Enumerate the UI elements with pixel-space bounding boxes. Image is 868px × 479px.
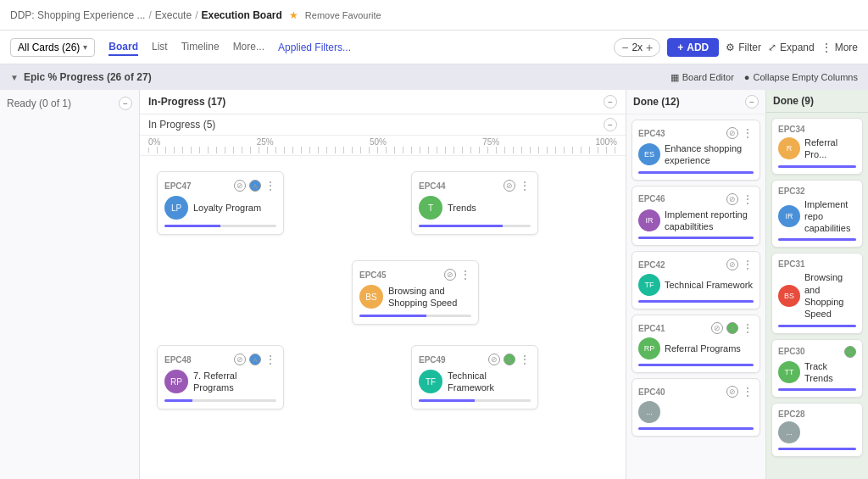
card-name: Referral Pro... bbox=[804, 136, 856, 161]
more-dots-icon[interactable]: ⋮ bbox=[742, 385, 754, 398]
card-actions: ⊘ ⋮ bbox=[726, 192, 754, 206]
more-dots-icon[interactable]: ⋮ bbox=[742, 258, 754, 271]
card-epc48[interactable]: EPC48 ⊘ A ⋮ RP 7. Referral Programs bbox=[157, 345, 284, 409]
breadcrumb-sep1: / bbox=[148, 9, 151, 21]
done-right-cards: EPC34 R Referral Pro... EPC32 IR Impleme… bbox=[766, 113, 868, 479]
more-dots-icon[interactable]: ⋮ bbox=[519, 353, 531, 366]
card-progress-bar bbox=[778, 238, 856, 241]
card-progress-bar bbox=[638, 300, 754, 303]
block-icon[interactable]: ⊘ bbox=[234, 354, 246, 365]
done-card-body: IR Implement repo capabilities bbox=[778, 198, 856, 235]
more-dots-icon[interactable]: ⋮ bbox=[519, 179, 531, 192]
card-id: EPC28 bbox=[778, 409, 805, 419]
done-right-card-epc32[interactable]: EPC32 IR Implement repo capabilities bbox=[771, 180, 863, 248]
done-right-card-epc30[interactable]: EPC30 A TT Track Trends bbox=[771, 339, 863, 398]
done-right-card-epc31[interactable]: EPC31 BS Browsing and Shopping Speed bbox=[771, 253, 863, 333]
board-editor-icon: ▦ bbox=[670, 72, 679, 83]
card-header: EPC49 ⊘ A ⋮ bbox=[419, 353, 531, 366]
card-avatar: ... bbox=[638, 401, 660, 423]
ready-collapse-btn[interactable]: − bbox=[119, 97, 132, 110]
zoom-in-btn[interactable]: + bbox=[646, 41, 653, 54]
breadcrumb-execute[interactable]: Execute bbox=[155, 9, 192, 21]
collapse-empty-btn[interactable]: ● Collapse Empty Columns bbox=[744, 72, 858, 82]
breadcrumb-current: Execution Board bbox=[201, 9, 281, 21]
card-name: Browsing and Shopping Speed bbox=[804, 271, 856, 320]
card-id: EPC46 bbox=[638, 194, 665, 203]
done-card-header: EPC34 bbox=[778, 125, 856, 134]
breadcrumb-path[interactable]: DDP: Shopping Experience ... bbox=[10, 9, 145, 21]
card-header: EPC48 ⊘ A ⋮ bbox=[164, 353, 276, 366]
ruler-0: 0% bbox=[148, 137, 160, 147]
more-btn[interactable]: ⋮ More bbox=[821, 42, 858, 53]
assign-icon: A bbox=[844, 346, 856, 358]
all-cards-label: All Cards (26) bbox=[18, 42, 80, 53]
done-card-epc43[interactable]: EPC43 ⊘ ⋮ ES Enhance shopping experience bbox=[632, 120, 760, 181]
card-avatar: ... bbox=[778, 421, 800, 443]
card-name: Enhance shopping experience bbox=[665, 142, 754, 167]
more-dots-icon[interactable]: ⋮ bbox=[742, 321, 754, 335]
more-dots-icon[interactable]: ⋮ bbox=[459, 268, 471, 281]
done-middle-collapse-btn[interactable]: − bbox=[745, 95, 759, 109]
add-btn[interactable]: + ADD bbox=[667, 38, 719, 57]
done-right-card-epc28[interactable]: EPC28 ... bbox=[771, 403, 863, 457]
block-icon[interactable]: ⊘ bbox=[504, 180, 515, 192]
card-epc47[interactable]: EPC47 ⊘ A ⋮ LP Loyalty Program bbox=[157, 171, 284, 235]
inprogress-collapse-btn[interactable]: − bbox=[604, 95, 617, 109]
assign-icon[interactable]: A bbox=[249, 354, 261, 365]
card-avatar: R bbox=[778, 137, 800, 159]
tab-timeline[interactable]: Timeline bbox=[181, 39, 220, 56]
more-dots-icon[interactable]: ⋮ bbox=[742, 192, 754, 206]
card-actions: ⊘ A ⋮ bbox=[234, 179, 276, 192]
done-right-card-epc34[interactable]: EPC34 R Referral Pro... bbox=[771, 118, 863, 175]
tab-list[interactable]: List bbox=[152, 39, 168, 56]
assign-icon: A bbox=[726, 322, 738, 334]
block-icon[interactable]: ⊘ bbox=[444, 269, 456, 281]
card-id: EPC30 bbox=[778, 347, 805, 356]
board-editor-btn[interactable]: ▦ Board Editor bbox=[670, 72, 734, 83]
inprogress-column: In-Progress (17) − In Progress (5) − 0% … bbox=[140, 90, 626, 479]
more-dots-icon[interactable]: ⋮ bbox=[742, 126, 754, 140]
card-header: EPC47 ⊘ A ⋮ bbox=[164, 179, 276, 192]
card-progress-bar bbox=[778, 388, 856, 391]
tab-more[interactable]: More... bbox=[233, 39, 264, 56]
done-card-header: EPC41 ⊘ A ⋮ bbox=[638, 321, 754, 335]
all-cards-dropdown[interactable]: All Cards (26) ▾ bbox=[10, 38, 95, 57]
toggle-arrow-icon[interactable]: ▼ bbox=[10, 73, 19, 82]
ruler-75: 75% bbox=[482, 137, 499, 147]
more-dots-icon[interactable]: ⋮ bbox=[264, 179, 276, 192]
block-icon[interactable]: ⊘ bbox=[488, 354, 500, 365]
done-card-epc40[interactable]: EPC40 ⊘ ⋮ ... bbox=[632, 378, 760, 437]
epic-progress-label: Epic % Progress (26 of 27) bbox=[24, 71, 152, 83]
card-epc45[interactable]: EPC45 ⊘ ⋮ BS Browsing and Shopping Speed bbox=[352, 260, 479, 325]
remove-favourite-btn[interactable]: Remove Favourite bbox=[305, 10, 381, 20]
done-card-header: EPC31 bbox=[778, 259, 856, 269]
done-middle-header: Done (12) − bbox=[626, 90, 765, 114]
sub-inprogress-collapse-btn[interactable]: − bbox=[604, 118, 617, 131]
assign-icon[interactable]: A bbox=[504, 354, 515, 365]
card-name: Loyalty Program bbox=[193, 202, 261, 214]
card-body: T Trends bbox=[419, 196, 531, 220]
card-epc49[interactable]: EPC49 ⊘ A ⋮ TF Technical Framework bbox=[411, 345, 538, 409]
block-icon[interactable]: ⊘ bbox=[234, 180, 246, 192]
assign-icon[interactable]: A bbox=[249, 180, 261, 192]
view-tabs: Board List Timeline More... bbox=[108, 39, 264, 56]
card-progress-bar bbox=[638, 237, 754, 239]
applied-filters-btn[interactable]: Applied Filters... bbox=[278, 42, 351, 53]
inprogress-cards-grid: EPC47 ⊘ A ⋮ LP Loyalty Program bbox=[148, 163, 617, 434]
tab-board[interactable]: Board bbox=[108, 39, 138, 56]
sub-header: ▼ Epic % Progress (26 of 27) ▦ Board Edi… bbox=[0, 64, 868, 90]
expand-btn[interactable]: ⤢ Expand bbox=[768, 42, 815, 53]
done-card-epc41[interactable]: EPC41 ⊘ A ⋮ RP Referral Programs bbox=[632, 315, 760, 373]
done-card-body: IR Implement reporting capabiltities bbox=[638, 209, 754, 233]
zoom-out-btn[interactable]: − bbox=[621, 41, 628, 54]
done-card-epc42[interactable]: EPC42 ⊘ ⋮ TF Technical Framework bbox=[632, 251, 760, 309]
star-icon: ★ bbox=[289, 9, 298, 21]
card-actions: ⊘ A ⋮ bbox=[488, 353, 531, 366]
done-card-epc46[interactable]: EPC46 ⊘ ⋮ IR Implement reporting capabil… bbox=[632, 186, 760, 247]
filter-btn[interactable]: ⚙ Filter bbox=[726, 42, 761, 53]
card-epc44[interactable]: EPC44 ⊘ ⋮ T Trends bbox=[411, 171, 538, 235]
sub-header-right: ▦ Board Editor ● Collapse Empty Columns bbox=[670, 72, 858, 83]
done-card-body: ES Enhance shopping experience bbox=[638, 142, 754, 167]
more-dots-icon[interactable]: ⋮ bbox=[264, 353, 276, 366]
ready-column: Ready (0 of 1) − bbox=[0, 90, 140, 479]
